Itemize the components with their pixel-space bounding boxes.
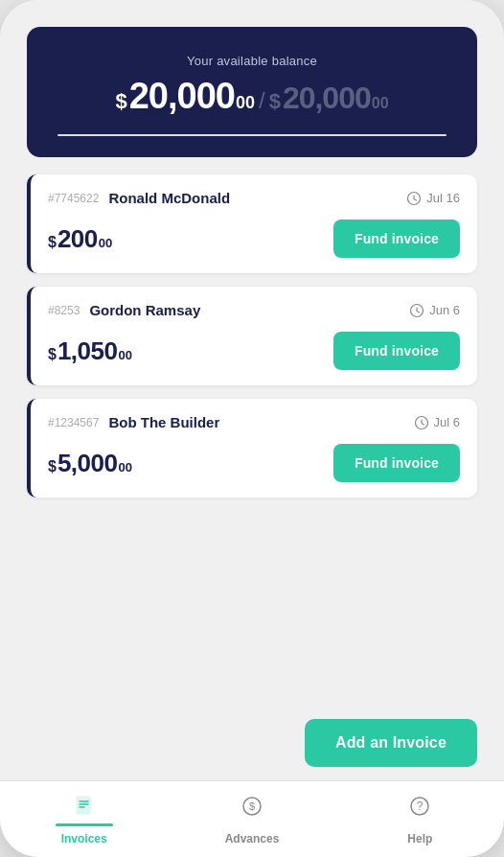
fund-invoice-button-1[interactable]: Fund invoice (333, 220, 460, 258)
invoice-bottom-row: $ 1,050 00 Fund invoice (48, 332, 460, 370)
balance-dollar-sign: $ (115, 89, 126, 114)
balance-current-cents: 00 (236, 93, 255, 113)
balance-total-cents: 00 (372, 95, 389, 112)
main-content: Your available balance $ 20,000 00 / $ 2… (0, 0, 504, 780)
balance-main: 20,000 (129, 76, 235, 117)
balance-amount: $ 20,000 00 / $ 20,000 00 (115, 76, 388, 117)
invoice-name: Bob The Builder (108, 414, 219, 430)
invoice-list: #7745622 Ronald McDonald Jul 16 $ (0, 157, 504, 702)
invoice-name: Ronald McDonald (108, 190, 230, 206)
nav-label-help: Help (407, 832, 432, 845)
invoice-date: Jul 16 (406, 191, 460, 206)
invoice-bottom-row: $ 200 00 Fund invoice (48, 220, 460, 258)
invoice-date-label: Jun 6 (429, 303, 460, 317)
balance-separator: / (259, 87, 265, 114)
invoice-amount: $ 1,050 00 (48, 336, 132, 366)
amount-dollar: $ (48, 234, 57, 251)
amount-cents: 00 (118, 460, 131, 475)
invoice-top-row: #1234567 Bob The Builder Jul 6 (48, 414, 460, 430)
invoice-name: Gordon Ramsay (89, 302, 200, 318)
invoice-number: #8253 (48, 304, 80, 317)
balance-card: Your available balance $ 20,000 00 / $ 2… (27, 27, 477, 157)
invoice-number: #7745622 (48, 192, 99, 205)
invoice-card: #1234567 Bob The Builder Jul 6 $ 5 (27, 399, 477, 498)
invoices-icon (71, 793, 98, 820)
clock-icon (406, 191, 422, 206)
invoice-date-label: Jul 16 (426, 191, 460, 205)
balance-total-dollar: $ (269, 89, 281, 114)
amount-cents: 00 (99, 236, 112, 250)
invoice-meta: #1234567 Bob The Builder (48, 414, 219, 430)
nav-active-indicator (391, 823, 448, 826)
add-invoice-section: Add an Invoice (0, 702, 504, 780)
nav-active-indicator (56, 823, 113, 826)
amount-dollar: $ (48, 458, 57, 475)
fund-invoice-button-2[interactable]: Fund invoice (333, 332, 460, 370)
invoice-date: Jul 6 (414, 415, 460, 430)
svg-text:$: $ (249, 800, 255, 812)
svg-rect-3 (77, 797, 90, 814)
nav-item-help[interactable]: ? Help (336, 785, 504, 845)
nav-item-invoices[interactable]: Invoices (0, 785, 168, 845)
invoice-amount: $ 200 00 (48, 224, 112, 254)
invoice-number: #1234567 (48, 416, 99, 429)
amount-dollar: $ (48, 346, 57, 363)
balance-divider (57, 134, 447, 136)
nav-active-indicator (223, 823, 281, 826)
advances-icon: $ (239, 793, 265, 820)
balance-label: Your available balance (187, 54, 317, 68)
invoice-date: Jun 6 (409, 303, 460, 318)
nav-label-invoices: Invoices (61, 832, 107, 845)
invoice-top-row: #7745622 Ronald McDonald Jul 16 (48, 190, 460, 206)
amount-main: 5,000 (57, 449, 118, 478)
clock-icon (409, 303, 424, 318)
invoice-date-label: Jul 6 (434, 415, 460, 429)
nav-label-advances: Advances (225, 832, 280, 845)
nav-item-advances[interactable]: $ Advances (168, 785, 335, 845)
invoice-card: #7745622 Ronald McDonald Jul 16 $ (27, 174, 477, 273)
bottom-nav: Invoices $ Advances ? Help (0, 780, 504, 857)
amount-cents: 00 (118, 348, 131, 362)
invoice-top-row: #8253 Gordon Ramsay Jun 6 (48, 302, 460, 318)
invoice-meta: #8253 Gordon Ramsay (48, 302, 200, 318)
phone-frame: Your available balance $ 20,000 00 / $ 2… (0, 0, 504, 857)
balance-total-main: 20,000 (283, 81, 371, 116)
amount-main: 1,050 (57, 336, 118, 366)
fund-invoice-button-3[interactable]: Fund invoice (333, 444, 460, 482)
invoice-card: #8253 Gordon Ramsay Jun 6 $ 1,050 (27, 287, 477, 385)
svg-text:?: ? (417, 799, 424, 813)
add-invoice-button[interactable]: Add an Invoice (305, 719, 477, 767)
invoice-amount: $ 5,000 00 (48, 449, 132, 478)
invoice-bottom-row: $ 5,000 00 Fund invoice (48, 444, 460, 482)
help-icon: ? (406, 793, 433, 820)
clock-icon (414, 415, 429, 430)
amount-main: 200 (57, 224, 98, 254)
invoice-meta: #7745622 Ronald McDonald (48, 190, 230, 206)
